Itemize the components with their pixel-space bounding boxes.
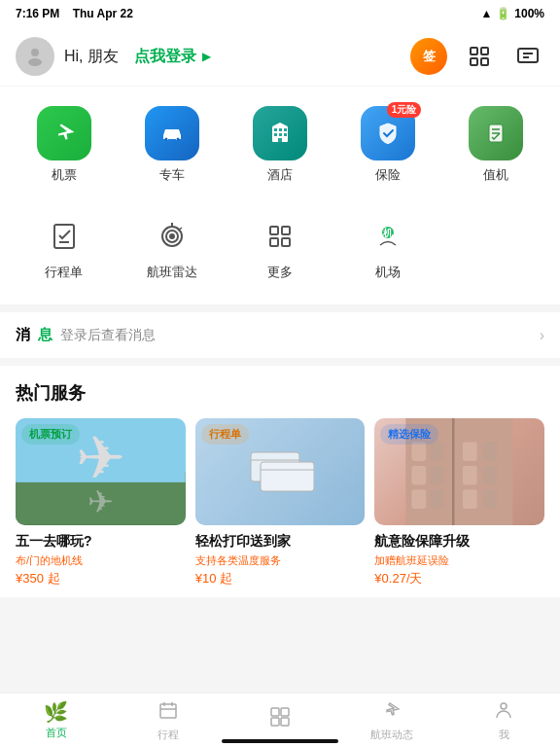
trip-nav-icon <box>158 699 179 726</box>
svg-rect-53 <box>463 442 477 461</box>
service-flight[interactable]: 机票 <box>10 98 118 192</box>
card2-sub: 支持各类温度服务 <box>195 553 366 568</box>
hot-services-title: 热门服务 <box>16 381 544 405</box>
service-more[interactable]: 更多 <box>226 207 333 289</box>
svg-rect-35 <box>282 238 290 246</box>
nav-profile[interactable]: 我 <box>448 694 560 747</box>
greeting-text: Hi, 朋友 点我登录 ▶ <box>64 47 401 67</box>
msg-label: 消 <box>16 326 30 344</box>
msg-text: 登录后查看消息 <box>60 327 532 344</box>
flight-info-nav-label: 航班动态 <box>370 728 413 742</box>
card1-title: 五一去哪玩? <box>16 533 186 551</box>
services-grid-2: 行程单 航班雷达 更多 机 <box>0 207 560 304</box>
svg-rect-65 <box>271 718 279 726</box>
card-ticket-print[interactable]: 行程单 轻松打印送到家 支持各类温度服务 ¥10 起 <box>195 418 366 587</box>
svg-point-30 <box>170 234 174 238</box>
svg-rect-17 <box>274 133 277 136</box>
svg-point-67 <box>501 703 507 709</box>
svg-rect-46 <box>412 442 427 461</box>
itinerary-icon <box>43 215 86 258</box>
trip-nav-label: 行程 <box>158 728 179 742</box>
svg-rect-56 <box>483 442 498 461</box>
hotel-icon <box>253 106 307 160</box>
svg-rect-19 <box>284 133 287 136</box>
nav-trip[interactable]: 行程 <box>112 694 224 747</box>
svg-rect-2 <box>471 48 477 54</box>
checkin-icon <box>469 106 523 160</box>
card-flight-booking[interactable]: ✈ 机票预订 五一去哪玩? 布/门的地机线 ¥350 起 <box>16 418 186 587</box>
chevron-right-icon: › <box>540 327 544 344</box>
card1-sub: 布/门的地机线 <box>16 553 186 568</box>
svg-rect-47 <box>412 466 427 485</box>
card2-price: ¥10 起 <box>195 570 366 587</box>
service-hotel[interactable]: 酒店 <box>226 98 333 192</box>
svg-rect-54 <box>463 466 477 485</box>
wifi-icon: ▲ <box>480 7 492 20</box>
service-airport[interactable]: 机 机场 <box>334 207 442 289</box>
card-flight-image: ✈ 机票预订 <box>16 418 186 525</box>
checkin-label: 值机 <box>483 166 508 184</box>
card-insurance[interactable]: 精选保险 航意险保障升级 加赠航班延误险 ¥0.27/天 <box>374 418 544 587</box>
service-insurance[interactable]: 1元险 保险 <box>334 98 442 192</box>
hotel-label: 酒店 <box>267 166 293 184</box>
nav-home[interactable]: 🌿 首页 <box>0 694 112 747</box>
svg-rect-16 <box>284 128 287 131</box>
svg-rect-51 <box>430 489 444 509</box>
svg-rect-48 <box>412 489 427 509</box>
nav-flight-info[interactable]: 航班动态 <box>336 694 448 747</box>
svg-rect-49 <box>430 442 444 461</box>
message-banner[interactable]: 消 息 登录后查看消息 › <box>0 312 560 358</box>
svg-rect-33 <box>282 227 290 234</box>
msg-dot: 息 <box>38 326 52 344</box>
service-radar[interactable]: 航班雷达 <box>118 207 226 289</box>
service-checkin[interactable]: 值机 <box>442 98 550 192</box>
card3-badge: 精选保险 <box>380 424 438 445</box>
battery-icon: 🔋 <box>496 7 510 20</box>
home-indicator <box>222 739 338 743</box>
svg-rect-6 <box>518 49 538 62</box>
service-car[interactable]: 专车 <box>118 98 226 192</box>
svg-rect-55 <box>463 489 477 509</box>
sign-badge[interactable]: 签 <box>410 38 447 75</box>
card1-price: ¥350 起 <box>16 570 186 587</box>
header: Hi, 朋友 点我登录 ▶ 签 <box>0 27 560 86</box>
flight-label: 机票 <box>52 166 77 184</box>
car-icon <box>145 106 199 160</box>
svg-rect-12 <box>174 130 178 133</box>
card3-price: ¥0.27/天 <box>374 570 544 587</box>
login-button[interactable]: 点我登录 <box>134 47 196 67</box>
service-itinerary[interactable]: 行程单 <box>10 207 118 289</box>
card2-title: 轻松打印送到家 <box>195 533 366 551</box>
home-nav-icon: 🌿 <box>44 700 68 724</box>
status-indicators: ▲ 🔋 100% <box>480 7 544 20</box>
discover-nav-icon <box>268 705 292 733</box>
expand-icon[interactable] <box>463 40 496 73</box>
svg-point-9 <box>164 138 167 141</box>
svg-rect-11 <box>166 130 170 133</box>
services-grid: 机票 专车 <box>0 87 560 207</box>
more-label: 更多 <box>267 264 293 281</box>
svg-point-1 <box>28 58 42 66</box>
profile-nav-label: 我 <box>499 728 509 742</box>
svg-text:机: 机 <box>382 228 394 238</box>
svg-text:✈: ✈ <box>76 425 125 491</box>
svg-rect-66 <box>281 718 289 726</box>
card-insurance-image: 精选保险 <box>374 418 544 525</box>
svg-rect-57 <box>483 466 498 485</box>
profile-nav-icon <box>493 699 514 726</box>
message-icon[interactable] <box>511 40 544 73</box>
svg-rect-34 <box>270 238 278 246</box>
card1-badge: 机票预订 <box>21 424 80 445</box>
svg-point-0 <box>31 49 39 56</box>
card3-title: 航意险保障升级 <box>374 533 544 551</box>
radar-label: 航班雷达 <box>147 264 197 281</box>
flight-icon <box>37 106 91 160</box>
svg-rect-64 <box>281 708 289 716</box>
insurance-badge: 1元险 <box>387 102 422 118</box>
svg-rect-43 <box>261 462 314 491</box>
card-ticket-image: 行程单 <box>195 418 366 525</box>
svg-rect-32 <box>270 227 278 234</box>
radar-icon <box>151 215 193 258</box>
avatar[interactable] <box>16 37 54 76</box>
service-empty <box>442 207 550 289</box>
